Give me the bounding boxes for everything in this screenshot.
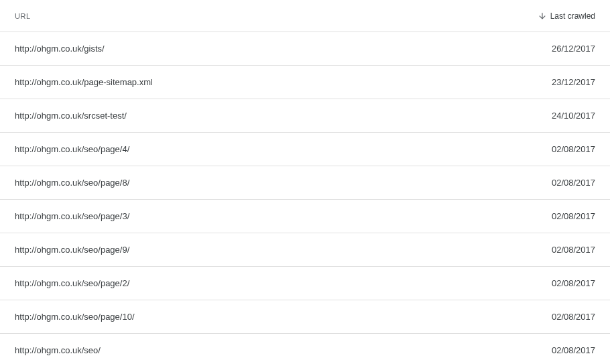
url-cell: http://ohgm.co.uk/seo/page/9/ [15,245,542,255]
date-cell: 23/12/2017 [542,77,595,87]
url-table: URL Last crawled http://ohgm.co.uk/gists… [0,0,610,364]
table-row[interactable]: http://ohgm.co.uk/seo/page/8/02/08/2017 [0,166,610,200]
date-cell: 02/08/2017 [542,178,595,188]
date-cell: 02/08/2017 [542,245,595,255]
table-row[interactable]: http://ohgm.co.uk/seo/page/4/02/08/2017 [0,133,610,166]
date-cell: 02/08/2017 [542,278,595,288]
url-cell: http://ohgm.co.uk/gists/ [15,44,542,54]
date-cell: 02/08/2017 [542,312,595,322]
table-row[interactable]: http://ohgm.co.uk/seo/page/2/02/08/2017 [0,267,610,300]
arrow-down-icon [537,11,548,21]
url-cell: http://ohgm.co.uk/seo/page/4/ [15,144,542,154]
date-cell: 02/08/2017 [542,144,595,154]
table-header-row: URL Last crawled [0,0,610,32]
table-row[interactable]: http://ohgm.co.uk/gists/26/12/2017 [0,32,610,66]
date-cell: 02/08/2017 [542,211,595,221]
date-cell: 02/08/2017 [542,345,595,355]
table-row[interactable]: http://ohgm.co.uk/seo/page/10/02/08/2017 [0,300,610,334]
table-row[interactable]: http://ohgm.co.uk/seo/page/3/02/08/2017 [0,200,610,233]
table-body: http://ohgm.co.uk/gists/26/12/2017http:/… [0,32,610,364]
url-cell: http://ohgm.co.uk/seo/page/2/ [15,278,542,288]
url-cell: http://ohgm.co.uk/srcset-test/ [15,111,542,121]
url-cell: http://ohgm.co.uk/page-sitemap.xml [15,77,542,87]
column-header-date-label: Last crawled [550,11,595,21]
date-cell: 24/10/2017 [542,111,595,121]
url-cell: http://ohgm.co.uk/seo/page/8/ [15,178,542,188]
table-row[interactable]: http://ohgm.co.uk/srcset-test/24/10/2017 [0,99,610,133]
url-cell: http://ohgm.co.uk/seo/ [15,345,542,355]
url-cell: http://ohgm.co.uk/seo/page/3/ [15,211,542,221]
date-cell: 26/12/2017 [542,44,595,54]
table-row[interactable]: http://ohgm.co.uk/seo/02/08/2017 [0,334,610,364]
column-header-url[interactable]: URL [15,12,537,20]
table-row[interactable]: http://ohgm.co.uk/seo/page/9/02/08/2017 [0,233,610,267]
column-header-date[interactable]: Last crawled [537,11,595,21]
url-cell: http://ohgm.co.uk/seo/page/10/ [15,312,542,322]
table-row[interactable]: http://ohgm.co.uk/page-sitemap.xml23/12/… [0,66,610,99]
